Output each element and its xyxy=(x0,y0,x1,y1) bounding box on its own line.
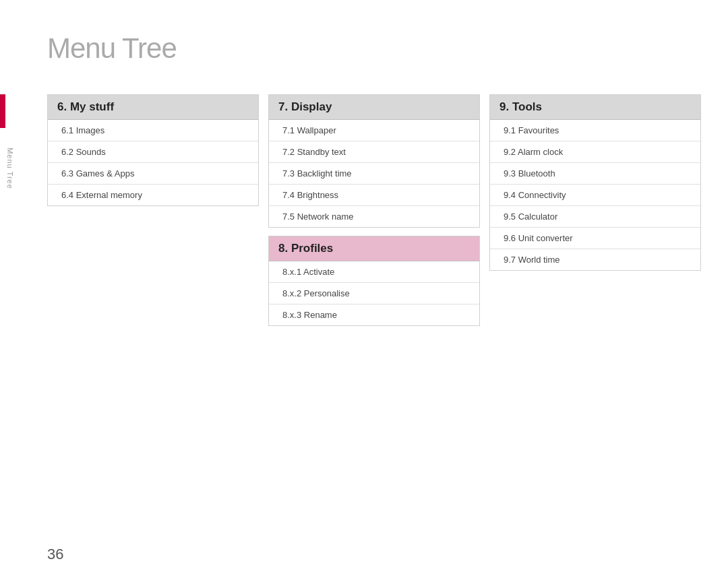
section-item-0-0-2: 6.3 Games & Apps xyxy=(48,163,258,185)
section-header-0-0: 6. My stuff xyxy=(48,95,258,120)
section-header-1-0: 7. Display xyxy=(269,95,479,120)
section-item-1-1-0: 8.x.1 Activate xyxy=(269,261,479,283)
section-item-2-0-1: 9.2 Alarm clock xyxy=(490,141,700,163)
section-item-2-0-6: 9.7 World time xyxy=(490,249,700,270)
section-item-2-0-3: 9.4 Connectivity xyxy=(490,185,700,206)
menu-section-1-1: 8. Profiles8.x.1 Activate8.x.2 Personali… xyxy=(268,236,480,326)
section-item-0-0-1: 6.2 Sounds xyxy=(48,141,258,163)
main-content: 6. My stuff6.1 Images6.2 Sounds6.3 Games… xyxy=(47,94,701,326)
section-item-2-0-5: 9.6 Unit converter xyxy=(490,228,700,249)
section-item-2-0-0: 9.1 Favourites xyxy=(490,120,700,141)
section-item-1-0-2: 7.3 Backlight time xyxy=(269,163,479,185)
menu-section-0-0: 6. My stuff6.1 Images6.2 Sounds6.3 Games… xyxy=(47,94,259,206)
menu-column-3: 9. Tools9.1 Favourites9.2 Alarm clock9.3… xyxy=(489,94,701,326)
page-title: Menu Tree xyxy=(47,32,177,65)
section-header-1-1: 8. Profiles xyxy=(269,236,479,261)
menu-column-1: 6. My stuff6.1 Images6.2 Sounds6.3 Games… xyxy=(47,94,259,326)
menu-section-1-0: 7. Display7.1 Wallpaper7.2 Standby text7… xyxy=(268,94,480,228)
section-header-2-0: 9. Tools xyxy=(490,95,700,120)
section-item-2-0-4: 9.5 Calculator xyxy=(490,206,700,228)
section-item-0-0-0: 6.1 Images xyxy=(48,120,258,141)
section-item-1-0-4: 7.5 Network name xyxy=(269,206,479,227)
section-item-2-0-2: 9.3 Bluetooth xyxy=(490,163,700,185)
page-number: 36 xyxy=(47,546,63,563)
section-item-0-0-3: 6.4 External memory xyxy=(48,185,258,205)
section-item-1-0-3: 7.4 Brightness xyxy=(269,185,479,206)
section-item-1-0-0: 7.1 Wallpaper xyxy=(269,120,479,141)
sidebar-label: Menu Tree xyxy=(0,101,20,236)
menu-column-2: 7. Display7.1 Wallpaper7.2 Standby text7… xyxy=(268,94,480,326)
section-item-1-1-2: 8.x.3 Rename xyxy=(269,304,479,325)
menu-section-2-0: 9. Tools9.1 Favourites9.2 Alarm clock9.3… xyxy=(489,94,701,271)
section-item-1-1-1: 8.x.2 Personalise xyxy=(269,283,479,304)
section-item-1-0-1: 7.2 Standby text xyxy=(269,141,479,163)
